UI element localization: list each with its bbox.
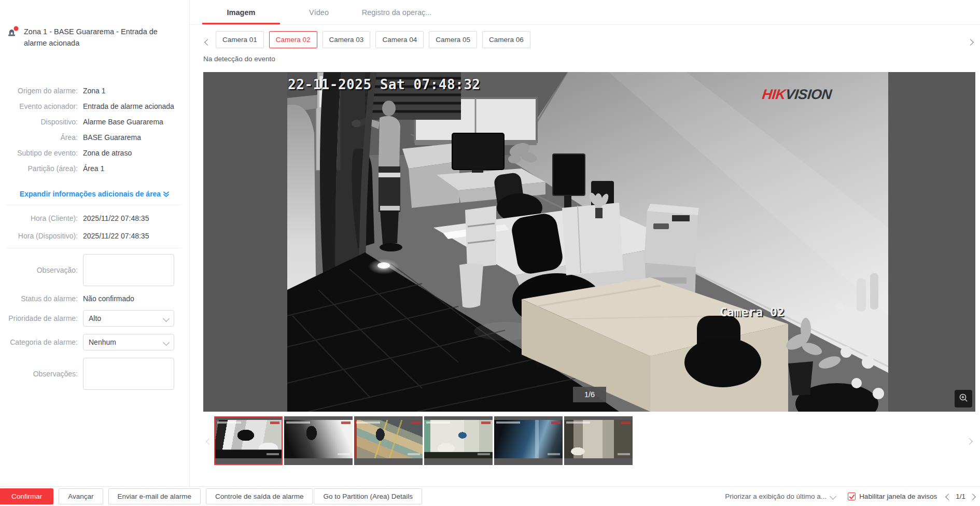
- camera-list: Camera 01Camera 02Camera 03Camera 04Came…: [216, 31, 530, 48]
- field-label: Origem do alarme:: [0, 87, 83, 95]
- field-value: 2025/11/22 07:48:35: [83, 232, 149, 240]
- brand-logo-mini: [551, 421, 561, 424]
- info-row: Evento acionador:Entrada de alarme acion…: [0, 99, 189, 114]
- expand-area-info-label: Expandir informações adicionais de área: [20, 190, 161, 198]
- alarm-title: Zona 1 - BASE Guararema - Entrada de ala…: [24, 26, 179, 49]
- thumbnail-prev-icon[interactable]: [207, 437, 212, 446]
- camera-label-mini: [478, 453, 490, 455]
- info-row: Subtipo de evento:Zona de atraso: [0, 145, 189, 161]
- camera-button-camera-05[interactable]: Camera 05: [429, 31, 477, 48]
- magnifier-plus-icon: [959, 393, 968, 404]
- camera-button-camera-01[interactable]: Camera 01: [216, 31, 264, 48]
- thumbnail-3[interactable]: [354, 416, 423, 465]
- thumbnail-image-grayscale-office-reception: [215, 420, 282, 458]
- field-label: Partição (área):: [0, 164, 83, 173]
- tab-imagem[interactable]: Imagem: [202, 0, 280, 24]
- camera-label-mini: [267, 453, 279, 455]
- alarm-status-value: Não confirmado: [83, 294, 134, 303]
- alarm-title-row: Zona 1 - BASE Guararema - Entrada de ala…: [7, 26, 184, 49]
- action-footer: ConfirmarAvançarEnviar e-mail de alarmeC…: [0, 486, 980, 506]
- thumbnail-image-color-storage-room: [564, 420, 633, 458]
- controle-de-sa-da-de-alarme-button[interactable]: Controle de saída de alarme: [206, 488, 313, 504]
- time-row: Hora (Cliente):2025/11/22 07:48:35: [0, 209, 189, 227]
- field-value: Alarme Base Guararema: [83, 118, 163, 126]
- thumbnail-image-grayscale-dark-hallway: [284, 420, 353, 458]
- thumbnail-2[interactable]: [284, 416, 353, 465]
- footer-button-group: ConfirmarAvançarEnviar e-mail de alarmeC…: [0, 488, 427, 504]
- camera-list-prev-icon[interactable]: [205, 37, 210, 47]
- hikvision-logo: HIKVISION: [761, 87, 832, 103]
- field-value: BASE Guararema: [83, 133, 141, 142]
- field-label: Hora (Dispositivo):: [0, 232, 83, 240]
- tab-registro-da-opera[interactable]: Registro da operaç...: [358, 0, 436, 24]
- camera-button-camera-03[interactable]: Camera 03: [323, 31, 371, 48]
- display-priority-dropdown[interactable]: Priorizar a exibição do último a...: [725, 493, 827, 500]
- alarm-status-row: Status do alarme: Não confirmado: [0, 293, 189, 304]
- alarm-category-row: Categoria de alarme: Nenhum: [0, 334, 189, 350]
- enable-popup-checkbox[interactable]: [848, 493, 856, 500]
- cctv-scene-image: [287, 72, 888, 412]
- footer-right-controls: Priorizar a exibição do último a... Habi…: [725, 492, 975, 501]
- go-to-partition-area-details-button[interactable]: Go to Partition (Area) Details: [314, 488, 422, 504]
- chevron-down-icon[interactable]: [830, 493, 836, 500]
- camera-label-mini: [408, 453, 420, 455]
- alarm-category-label: Categoria de alarme:: [0, 338, 83, 346]
- alarm-icon: [7, 26, 19, 49]
- confirmar-button[interactable]: Confirmar: [0, 488, 53, 504]
- alarm-priority-select[interactable]: Alto: [83, 310, 174, 327]
- expand-area-info-link[interactable]: Expandir informações adicionais de área: [0, 190, 189, 198]
- page-prev-icon[interactable]: [946, 492, 951, 501]
- camera-button-camera-04[interactable]: Camera 04: [375, 31, 424, 48]
- alarm-category-select[interactable]: Nenhum: [83, 334, 174, 350]
- osd-camera-label: Camera 02: [720, 305, 785, 319]
- alarm-priority-value: Alto: [89, 314, 101, 322]
- thumbnail-1[interactable]: [214, 416, 283, 465]
- page-next-icon[interactable]: [970, 492, 975, 501]
- field-label: Subtipo de evento:: [0, 149, 83, 157]
- camera-list-next-icon[interactable]: [968, 37, 973, 47]
- osd-timestamp-mini: [356, 421, 380, 424]
- note-label: Observação:: [0, 266, 83, 274]
- brand-logo-mini: [621, 421, 631, 424]
- remarks-textarea[interactable]: [83, 358, 174, 390]
- brand-logo-mini: [411, 421, 421, 424]
- thumbnail-6[interactable]: [564, 416, 633, 465]
- thumbnail-5[interactable]: [494, 416, 563, 465]
- info-row: Dispositivo:Alarme Base Guararema: [0, 114, 189, 130]
- note-textarea[interactable]: [83, 254, 174, 286]
- zoom-in-button[interactable]: [955, 390, 972, 407]
- camera-label-mini: [548, 453, 560, 455]
- alarm-info-list: Origem do alarme:Zona 1Evento acionador:…: [0, 83, 189, 176]
- osd-timestamp-mini: [286, 421, 310, 424]
- camera-button-camera-02[interactable]: Camera 02: [269, 31, 317, 48]
- alarm-priority-row: Prioridade de alarme: Alto: [0, 310, 189, 327]
- field-label: Dispositivo:: [0, 118, 83, 126]
- tab-list: ImagemVídeoRegistro da operaç...: [202, 0, 436, 24]
- field-label: Evento acionador:: [0, 102, 83, 110]
- thumbnail-next-icon[interactable]: [967, 437, 972, 446]
- time-row: Hora (Dispositivo):2025/11/22 07:48:35: [0, 227, 189, 245]
- tab-v-deo[interactable]: Vídeo: [280, 0, 358, 24]
- brand-logo-mini: [270, 421, 279, 424]
- thumbnail-4[interactable]: [424, 416, 493, 465]
- alarm-details-sidebar: Zona 1 - BASE Guararema - Entrada de ala…: [0, 0, 190, 487]
- event-caption: Na detecção do evento: [203, 55, 275, 63]
- thumbnail-strip: [214, 416, 633, 465]
- alarm-form: Observação: Status do alarme: Não confir…: [0, 254, 189, 390]
- remarks-row: Observações:: [0, 358, 189, 390]
- avan-ar-button[interactable]: Avançar: [59, 488, 103, 504]
- camera-selector-row: Camera 01Camera 02Camera 03Camera 04Came…: [190, 31, 980, 48]
- brand-logo-mini: [481, 421, 491, 424]
- image-page-indicator: 1/6: [573, 387, 606, 402]
- remarks-label: Observações:: [0, 370, 83, 378]
- chevron-down-icon: [163, 315, 170, 322]
- viewer-tabbar: ImagemVídeoRegistro da operaç...: [190, 0, 980, 25]
- enviar-e-mail-de-alarme-button[interactable]: Enviar e-mail de alarme: [108, 488, 201, 504]
- page-indicator: 1/1: [956, 493, 965, 500]
- field-value: Entrada de alarme acionada: [83, 102, 174, 110]
- chevron-down-icon: [163, 339, 170, 346]
- divider: [6, 205, 181, 205]
- camera-button-camera-06[interactable]: Camera 06: [482, 31, 530, 48]
- camera-label-mini: [618, 453, 630, 455]
- field-value: Área 1: [83, 164, 104, 173]
